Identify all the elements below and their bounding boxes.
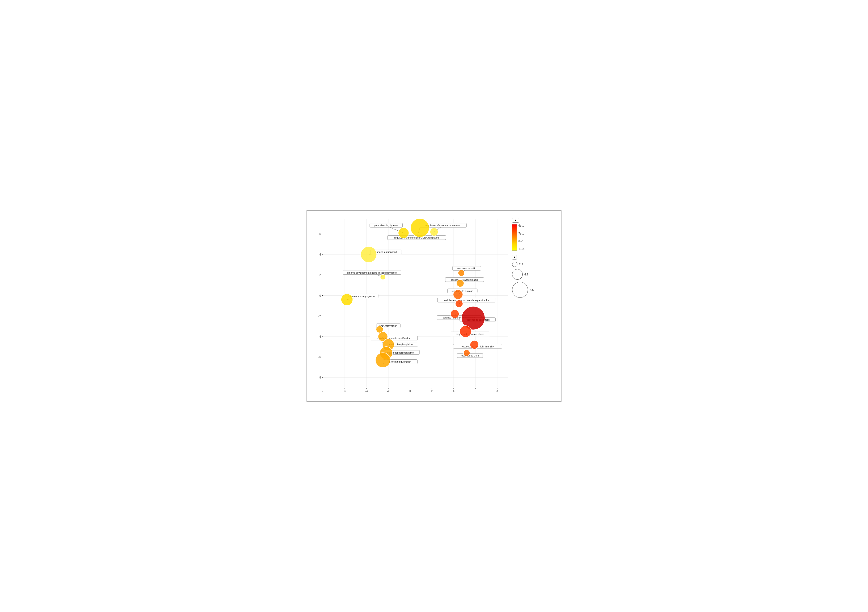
- bubble-gene_silencing[interactable]: [398, 228, 409, 238]
- svg-text:6: 6: [319, 233, 321, 236]
- svg-text:response to UV-B: response to UV-B: [460, 354, 479, 357]
- svg-text:-2: -2: [387, 390, 390, 393]
- colorbar-tick: 7e-1: [518, 232, 525, 235]
- svg-text:regulation of stomatal movemen: regulation of stomatal movement: [426, 224, 460, 227]
- svg-text:protein ubiquitination: protein ubiquitination: [389, 361, 411, 363]
- scatter-plot: -8-6-4-202468-8-6-4-20246regulation of t…: [323, 218, 508, 388]
- legend: ▾ 6e-17e-18e-11e+0 ▾ 2.94.76.5: [512, 216, 559, 298]
- bubble-response_osmotic[interactable]: [460, 325, 471, 337]
- size-circle-value: 6.5: [530, 288, 533, 291]
- bubble-cellular_response_dna[interactable]: [456, 300, 463, 307]
- svg-text:0: 0: [409, 390, 411, 393]
- bubble-defense_bacterium[interactable]: [451, 310, 459, 318]
- bubble-protein_ubiquitination[interactable]: [375, 353, 391, 368]
- svg-text:response to abscisic acid: response to abscisic acid: [451, 279, 478, 281]
- svg-text:-4: -4: [318, 335, 321, 338]
- chevron-down-icon: ▾: [515, 218, 516, 222]
- size-dropdown[interactable]: ▾: [512, 255, 517, 260]
- chevron-down-icon: ▾: [514, 255, 515, 259]
- size-circle: [512, 262, 518, 267]
- bubble-response_chitin[interactable]: [458, 270, 465, 276]
- svg-text:-2: -2: [318, 315, 321, 318]
- size-circle-value: 2.9: [519, 263, 523, 266]
- colorbar: [512, 224, 517, 251]
- svg-text:4: 4: [319, 253, 321, 256]
- svg-text:-8: -8: [318, 376, 321, 379]
- bubble-regulation_stomatal[interactable]: [430, 228, 438, 236]
- svg-text:gene silencing by RNA: gene silencing by RNA: [374, 224, 398, 227]
- size-legend-item: 4.7: [512, 269, 528, 280]
- size-circle: [512, 282, 528, 298]
- colorbar-tick: 8e-1: [518, 240, 525, 243]
- color-dropdown[interactable]: ▾: [512, 218, 519, 223]
- bubble-sodium_ion[interactable]: [361, 246, 377, 262]
- svg-text:2: 2: [319, 274, 321, 277]
- colorbar-tick: 6e-1: [518, 224, 525, 227]
- svg-text:0: 0: [319, 294, 321, 297]
- svg-text:sodium ion transport: sodium ion transport: [375, 251, 397, 253]
- bubble-response_abscisic[interactable]: [457, 279, 464, 287]
- bubble-response_uvb[interactable]: [463, 350, 470, 356]
- svg-text:4: 4: [453, 390, 454, 393]
- size-circle-value: 4.7: [524, 273, 528, 276]
- size-legend-item: 2.9: [512, 262, 523, 267]
- plot-area: -8-6-4-202468-8-6-4-20246regulation of t…: [323, 218, 508, 388]
- colorbar-tick: 1e+0: [518, 248, 525, 251]
- size-legend: 2.94.76.5: [512, 262, 559, 298]
- colorbar-container: 6e-17e-18e-11e+0: [512, 224, 559, 251]
- chart-container: -8-6-4-202468-8-6-4-20246regulation of t…: [307, 211, 561, 401]
- bubble-response_sucrose[interactable]: [453, 290, 463, 299]
- svg-text:-4: -4: [366, 390, 368, 393]
- svg-text:2: 2: [431, 390, 432, 393]
- svg-text:-6: -6: [318, 356, 321, 359]
- bubble-response_high_light[interactable]: [470, 341, 479, 349]
- bubble-embryo_dev[interactable]: [380, 274, 386, 280]
- colorbar-ticks: 6e-17e-18e-11e+0: [518, 224, 525, 251]
- svg-text:6: 6: [474, 390, 476, 393]
- svg-text:response to chitin: response to chitin: [457, 267, 476, 270]
- svg-text:-8: -8: [322, 390, 324, 393]
- svg-text:cellular response to DNA damag: cellular response to DNA damage stimulus: [444, 299, 489, 302]
- bubble-chromosome_seg[interactable]: [341, 294, 353, 305]
- svg-text:-6: -6: [344, 390, 346, 393]
- size-legend-item: 6.5: [512, 282, 533, 298]
- size-circle: [512, 269, 523, 280]
- svg-text:8: 8: [496, 390, 498, 393]
- svg-text:embryo development ending in s: embryo development ending in seed dorman…: [347, 271, 397, 274]
- bubble-regulation_transcription[interactable]: [411, 218, 429, 237]
